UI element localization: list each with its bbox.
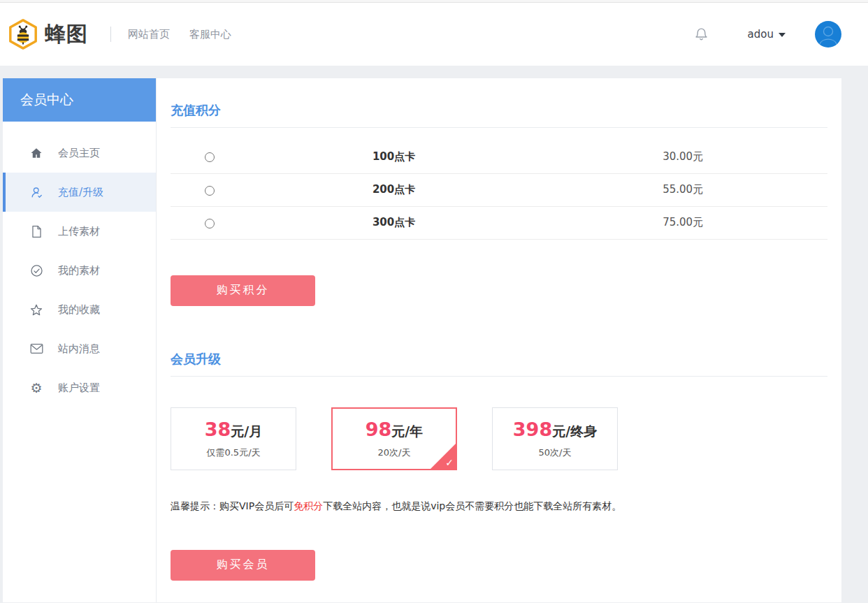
sidebar-item-label: 会员主页 [58,147,100,160]
points-name: 200点卡 [249,173,539,206]
sidebar-item-upload[interactable]: 上传素材 [3,212,156,251]
sidebar-item-messages[interactable]: 站内消息 [3,329,156,368]
check-icon [445,457,454,468]
logo-text: 蜂图 [45,20,88,49]
plan-card-yearly[interactable]: 98元/年 20次/天 [331,407,457,470]
sidebar: 会员中心 会员主页 充值/升级 [3,78,157,602]
points-name: 300点卡 [249,206,539,239]
points-price: 75.00元 [538,206,827,239]
nav-link-support[interactable]: 客服中心 [189,28,231,41]
radio-300-points[interactable] [205,219,215,228]
tip-prefix: 温馨提示：购买VIP会员后可 [171,500,294,511]
avatar[interactable] [815,21,841,48]
buy-points-button[interactable]: 购买积分 [171,275,315,306]
plan-desc: 仅需0.5元/天 [171,446,296,459]
sidebar-item-label: 充值/升级 [58,186,103,199]
vip-tip: 温馨提示：购买VIP会员后可免积分下载全站内容，也就是说vip会员不需要积分也能… [171,500,827,513]
user-icon [29,185,43,199]
chevron-down-icon [779,33,786,37]
sidebar-item-account-settings[interactable]: ⚙ 账户设置 [3,368,156,407]
plan-price: 398 [513,419,552,440]
bee-hexagon-logo-icon [7,18,39,50]
points-price: 30.00元 [538,140,827,173]
plan-unit: 元/月 [231,423,262,439]
radio-100-points[interactable] [205,152,215,162]
tip-suffix: 下载全站内容，也就是说vip会员不需要积分也能下载全站所有素材。 [323,500,621,511]
nav-divider [110,27,111,42]
sidebar-item-label: 我的素材 [58,264,100,277]
sidebar-item-member-home[interactable]: 会员主页 [3,133,156,173]
plan-unit: 元/终身 [552,423,597,439]
top-nav: 网站首页 客服中心 [128,28,251,41]
plan-price: 38 [205,419,231,440]
points-table: 100点卡 30.00元 200点卡 55.00元 300点卡 75.00元 [171,140,827,240]
plan-desc: 50次/天 [493,446,617,459]
logo[interactable]: 蜂图 [7,18,88,50]
username: adou [748,28,774,41]
check-circle-icon [29,263,43,277]
sidebar-item-my-materials[interactable]: 我的素材 [3,251,156,290]
plan-price: 98 [366,419,392,440]
table-row: 300点卡 75.00元 [171,206,827,239]
sidebar-item-label: 我的收藏 [58,303,100,317]
header: 蜂图 网站首页 客服中心 adou [0,3,868,66]
plan-card-lifetime[interactable]: 398元/终身 50次/天 [492,407,618,470]
table-row: 200点卡 55.00元 [171,173,827,206]
notification-bell-icon[interactable] [694,27,709,42]
home-icon [29,146,43,160]
plan-card-monthly[interactable]: 38元/月 仅需0.5元/天 [171,407,296,470]
points-price: 55.00元 [538,173,827,206]
mail-icon [29,342,43,356]
sidebar-title: 会员中心 [3,78,156,122]
sidebar-item-favorites[interactable]: 我的收藏 [3,290,156,329]
nav-link-home[interactable]: 网站首页 [128,28,170,41]
sidebar-item-label: 上传素材 [58,225,100,238]
buy-member-button[interactable]: 购买会员 [171,550,315,581]
sidebar-item-recharge-upgrade[interactable]: 充值/升级 [3,173,156,212]
content-panel: 会员中心 会员主页 充值/升级 [3,78,841,602]
radio-200-points[interactable] [205,186,215,196]
recharge-section-title: 充值积分 [171,102,827,128]
plans-row: 38元/月 仅需0.5元/天 98元/年 20次/天 398元/终身 50次/天 [171,407,827,470]
upgrade-section-title: 会员升级 [171,351,827,377]
file-icon [29,224,43,238]
gear-icon: ⚙ [29,381,43,395]
plan-unit: 元/年 [391,423,423,439]
star-icon [29,303,43,317]
points-name: 100点卡 [249,140,539,173]
user-menu[interactable]: adou [748,28,786,41]
main-content: 充值积分 100点卡 30.00元 200点卡 55.00元 300点卡 75.… [157,78,841,602]
table-row: 100点卡 30.00元 [171,140,827,173]
sidebar-item-label: 站内消息 [58,342,100,356]
tip-highlight: 免积分 [294,500,323,511]
sidebar-menu: 会员主页 充值/升级 [3,122,156,407]
sidebar-item-label: 账户设置 [58,382,100,395]
